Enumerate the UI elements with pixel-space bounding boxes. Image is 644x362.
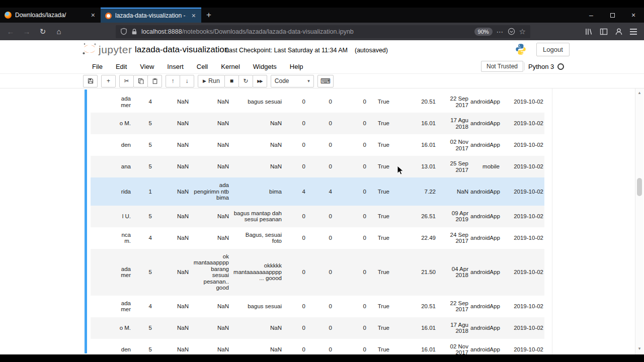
notebook-title[interactable]: lazada-data-visualization	[135, 45, 229, 55]
jupyter-logo-text: jupyter	[99, 44, 132, 56]
table-cell: NaN	[153, 296, 190, 317]
browser-tab-bar: Downloads/lazada/ × lazada-data-visualiz…	[0, 8, 644, 23]
restart-run-all-button[interactable]: ▶▶	[253, 75, 267, 87]
new-tab-button[interactable]: +	[201, 8, 216, 23]
table-cell: 0	[306, 296, 333, 317]
tab-close-icon[interactable]: ×	[191, 12, 197, 19]
table-cell: den	[91, 134, 132, 156]
table-row[interactable]: ada mer4NaNNaNbagus sesuai000True20.5122…	[91, 296, 544, 317]
table-cell: 0	[306, 113, 333, 134]
table-cell: 4	[132, 227, 153, 249]
tab-close-icon[interactable]: ×	[90, 12, 96, 19]
paste-cell-button[interactable]	[147, 75, 162, 87]
cut-cell-button[interactable]: ✂	[119, 75, 134, 87]
menu-icon[interactable]	[630, 31, 637, 32]
table-cell: ana	[91, 156, 132, 177]
maximize-button[interactable]	[602, 8, 623, 23]
table-cell: mobile	[469, 156, 501, 177]
table-row[interactable]: den5NaNNaNNaN000True16.0102 Nov 2017andr…	[91, 339, 544, 355]
table-cell: 1	[132, 177, 153, 206]
table-cell: NaN	[230, 113, 283, 134]
copy-cell-button[interactable]	[133, 75, 148, 87]
table-cell: 0	[283, 227, 306, 249]
table-cell: NaN	[153, 113, 190, 134]
menubar-item-view[interactable]: View	[133, 63, 160, 70]
cell-type-dropdown[interactable]: Code▾	[271, 75, 314, 87]
not-trusted-badge[interactable]: Not Trusted	[481, 61, 523, 72]
sidebar-toggle-icon[interactable]	[600, 28, 608, 36]
menubar-item-cell[interactable]: Cell	[190, 63, 214, 70]
table-cell: 09 Apr 2019	[437, 206, 469, 227]
table-row[interactable]: o M.5NaNNaNNaN000True16.0117 Agu 2018and…	[91, 317, 544, 339]
table-cell: 2019-10-02	[501, 227, 544, 249]
table-cell: True	[367, 317, 390, 339]
menu-items: File Edit View Insert Cell Kernel Widget…	[86, 59, 310, 73]
table-cell: True	[367, 134, 390, 156]
move-cell-up-button[interactable]: ↑	[166, 75, 180, 87]
cell-type-value: Code	[275, 77, 289, 84]
browser-tab-downloads[interactable]: Downloads/lazada/ ×	[0, 8, 101, 23]
table-cell: bagus mantap dah sesui pesanan	[230, 206, 283, 227]
browser-tab-notebook[interactable]: lazada-data-visualization - Jup ×	[101, 8, 201, 23]
table-row[interactable]: nca m.4NaNNaNBagus, sesuai foto000True22…	[91, 227, 544, 249]
scrollbar-thumb[interactable]	[637, 178, 642, 196]
table-row[interactable]: den5NaNNaNNaN000True16.0102 Nov 2017andr…	[91, 134, 544, 156]
table-cell: 20.51	[390, 91, 437, 113]
jupyter-favicon-icon	[105, 13, 112, 19]
lock-icon[interactable]	[131, 28, 137, 35]
table-cell: okkkkk mantaaaaaaapppp ... goood	[230, 249, 283, 296]
divider	[524, 62, 525, 70]
command-palette-button[interactable]: ⌨	[317, 75, 334, 87]
page-actions-icon[interactable]: ⋯	[497, 28, 504, 36]
back-button[interactable]: ←	[3, 25, 18, 39]
cell-selection-bar[interactable]	[85, 89, 87, 353]
run-button[interactable]: ▶Run	[198, 75, 225, 87]
menubar-item-kernel[interactable]: Kernel	[214, 63, 247, 70]
zoom-level-badge[interactable]: 90%	[474, 28, 493, 36]
toolbar-right-icons	[585, 28, 637, 36]
table-cell: 2019-10-02	[501, 134, 544, 156]
table-cell: o M.	[91, 113, 132, 134]
forward-button[interactable]: →	[19, 25, 34, 39]
table-row[interactable]: ada mer5NaNok mantaaapppp barang sesuai …	[91, 249, 544, 296]
minimize-button[interactable]: –	[581, 8, 602, 23]
pocket-icon[interactable]	[508, 28, 515, 35]
table-row[interactable]: ada mer4NaNNaNbagus sesuai000True20.5122…	[91, 91, 544, 113]
reload-button[interactable]: ↻	[35, 25, 50, 39]
close-button[interactable]: ×	[623, 8, 644, 23]
table-cell: 0	[333, 296, 367, 317]
table-cell: NaN	[153, 156, 190, 177]
menubar-item-insert[interactable]: Insert	[160, 63, 190, 70]
table-cell: 0	[306, 339, 333, 355]
table-cell: 22 Sep 2017	[437, 91, 469, 113]
logout-button[interactable]: Logout	[536, 43, 570, 56]
restart-kernel-button[interactable]: ↻	[238, 75, 253, 87]
menubar-item-edit[interactable]: Edit	[109, 63, 133, 70]
home-button[interactable]: ⌂	[51, 25, 66, 39]
address-bar[interactable]: localhost:8888/notebooks/Downloads/lazad…	[116, 25, 530, 38]
table-cell: androidApp	[469, 177, 501, 206]
table-row[interactable]: l U.5NaNNaNbagus mantap dah sesui pesana…	[91, 206, 544, 227]
scroll-up-button[interactable]: ▴	[635, 90, 643, 95]
table-cell: Bagus, sesuai foto	[230, 227, 283, 249]
scroll-down-button[interactable]: ▾	[635, 346, 643, 351]
table-cell: androidApp	[469, 134, 501, 156]
notebook-menubar: File Edit View Insert Cell Kernel Widget…	[0, 59, 644, 74]
bookmark-star-icon[interactable]: ☆	[519, 27, 526, 36]
table-row[interactable]: rida1NaNada pengirimn ntb bimabima440Tru…	[91, 177, 544, 206]
tracking-shield-icon[interactable]	[120, 28, 127, 35]
move-cell-down-button[interactable]: ↓	[180, 75, 194, 87]
kernel-status-icon	[557, 63, 564, 70]
save-button[interactable]	[83, 75, 98, 87]
menubar-item-help[interactable]: Help	[283, 63, 310, 70]
vertical-scrollbar[interactable]: ▴ ▾	[635, 88, 643, 354]
table-row[interactable]: o M.5NaNNaNNaN000True16.0117 Agu 2018and…	[91, 113, 544, 134]
table-row[interactable]: ana5NaNNaNNaN000True13.0125 Sep 2017mobi…	[91, 156, 544, 177]
add-cell-button[interactable]: +	[101, 75, 116, 87]
jupyter-logo[interactable]: jupyter	[82, 42, 132, 56]
menubar-item-file[interactable]: File	[86, 63, 109, 70]
menubar-item-widgets[interactable]: Widgets	[247, 63, 283, 70]
account-icon[interactable]	[615, 28, 623, 36]
library-icon[interactable]	[585, 28, 593, 36]
interrupt-kernel-button[interactable]: ■	[224, 75, 239, 87]
